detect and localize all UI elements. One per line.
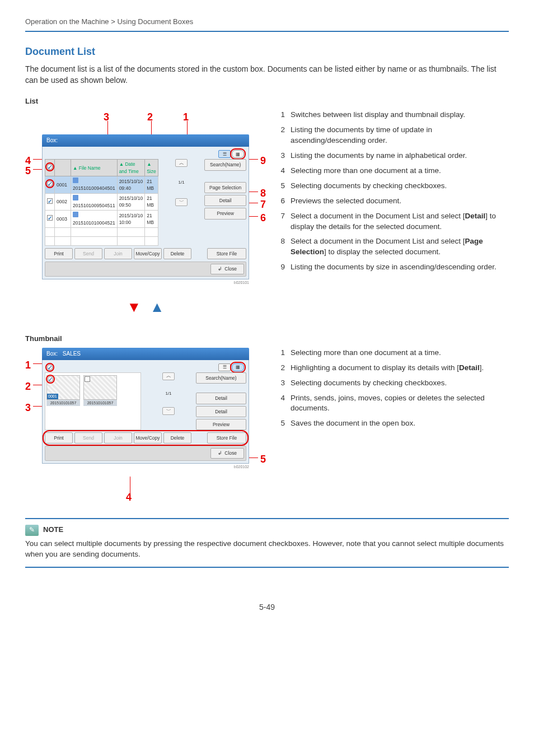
note-text: You can select multiple documents by pre… [25,538,509,560]
delete-button[interactable]: Delete [163,248,191,259]
thumbnail-description: 1Selecting more than one document at a t… [277,348,509,429]
delete-button[interactable]: Delete [163,432,191,444]
desc-text: Selecting documents by checking checkbox… [291,181,509,192]
desc-text: Previews the selected document. [291,196,509,207]
desc-text: Selecting more than one document at a ti… [291,348,509,358]
panel-id: b020101 [42,280,249,286]
page-down-button[interactable]: ﹀ [162,407,175,415]
table-row [45,236,158,245]
desc-number: 5 [277,181,285,192]
store-file-button[interactable]: Store File [207,248,246,259]
note-title: NOTE [43,525,63,535]
row-checkbox[interactable] [47,181,53,186]
row-checkbox[interactable] [47,215,53,221]
col-size[interactable]: Size [147,169,156,174]
select-all-checkbox[interactable] [47,365,53,370]
detail-button[interactable]: Detail [204,195,246,206]
desc-text: Selecting documents by checking checkbox… [291,378,509,389]
callout-9: 9 [260,153,266,168]
thumbnail-item[interactable]: 201510101057 [83,375,117,427]
desc-text: Listing the documents by name in alphabe… [291,151,509,161]
view-thumb-button[interactable]: ▦ [232,363,244,371]
desc-text: Highlighting a document to display its d… [291,363,509,374]
desc-text: Listing the documents by size in ascendi… [291,262,509,273]
callout-t5: 5 [260,452,266,466]
desc-text: Saves the document in the open box. [291,418,509,429]
select-all-checkbox[interactable] [47,164,53,170]
file-icon [73,212,78,217]
print-button[interactable]: Print [45,248,73,259]
table-row[interactable]: 0003 2015101010004521 2015/10/10 10:00 2… [45,211,158,228]
thumbnail-item[interactable]: 0001 201510101057 [46,375,80,427]
send-button[interactable]: Send [74,432,102,444]
file-icon [73,195,78,200]
table-row[interactable]: 0002 2015101009504511 2015/10/10 09:50 2… [45,193,158,211]
intro-text: The document list is a list of the docum… [25,63,509,86]
preview-button[interactable]: Preview [196,419,246,430]
join-button[interactable]: Join [104,248,132,259]
desc-text: Selecting more than one document at a ti… [291,166,509,176]
thumb-checkbox[interactable] [48,376,53,382]
page-up-button[interactable]: ︿ [175,159,188,167]
page-selection-button[interactable]: Page Selection [204,182,246,193]
view-list-button[interactable]: ☰ [218,150,231,158]
thumbnail-heading: Thumbnail [25,334,509,344]
callout-t4: 4 [126,490,132,505]
down-arrow-icon: ▼ [127,298,141,315]
close-button[interactable]: ↲Close [210,264,244,274]
table-row [45,227,158,236]
page-title: Document List [25,44,509,59]
page-up-button[interactable]: ︿ [162,372,175,380]
desc-number: 2 [277,125,285,146]
callout-1: 1 [183,110,189,124]
send-button[interactable]: Send [74,248,102,259]
thumbnail-figure: 1 2 3 5 4 Box: SALES [25,348,266,505]
row-checkbox[interactable] [47,198,53,204]
search-name-button[interactable]: Search(Name) [196,372,246,384]
desc-number: 3 [277,378,285,389]
list-heading: List [25,96,509,107]
page-down-button[interactable]: ﹀ [175,198,188,206]
detail-button[interactable]: Detail [196,406,246,417]
table-row[interactable]: 0001 2015101009404501 2015/10/10 09:40 2… [45,176,158,194]
callout-3: 3 [104,110,109,124]
note-icon: ✎ [25,525,39,536]
store-file-button[interactable]: Store File [207,432,246,444]
desc-number: 9 [277,262,285,273]
callout-6: 6 [260,211,266,225]
callout-t3: 3 [25,400,31,415]
preview-button[interactable]: Preview [204,208,246,219]
desc-number: 4 [277,393,285,414]
move-copy-button[interactable]: Move/Copy [134,248,162,259]
list-figure: 3 2 1 4 5 9 8 7 6 Box: ☰ [25,110,266,289]
file-icon [73,178,78,183]
page-indicator: 1/1 [165,390,171,397]
desc-number: 5 [277,418,285,429]
callout-5: 5 [25,164,31,178]
close-button[interactable]: ↲Close [210,448,244,458]
page-number: 5-49 [25,601,509,613]
desc-number: 1 [277,110,285,120]
print-button[interactable]: Print [45,432,73,444]
detail-button[interactable]: Detail [196,393,246,404]
thumb-checkbox[interactable] [85,376,90,382]
box-label: Box: [46,137,58,143]
page-indicator: 1/1 [178,179,184,186]
desc-number: 3 [277,151,285,161]
panel-id: b020102 [42,464,249,470]
view-list-button[interactable]: ☰ [218,363,231,371]
col-filename[interactable]: File Name [79,165,101,171]
desc-number: 6 [277,196,285,207]
enter-icon: ↲ [218,450,222,456]
desc-number: 1 [277,348,285,358]
callout-7: 7 [260,197,266,212]
box-label: Box: [46,351,58,357]
desc-number: 2 [277,363,285,374]
enter-icon: ↲ [218,265,222,272]
move-copy-button[interactable]: Move/Copy [134,432,162,444]
search-name-button[interactable]: Search(Name) [204,159,246,170]
view-thumb-button[interactable]: ▦ [232,150,244,158]
join-button[interactable]: Join [104,432,132,444]
desc-text: Select a document in the Document List a… [291,236,509,258]
callout-t2: 2 [25,379,31,394]
